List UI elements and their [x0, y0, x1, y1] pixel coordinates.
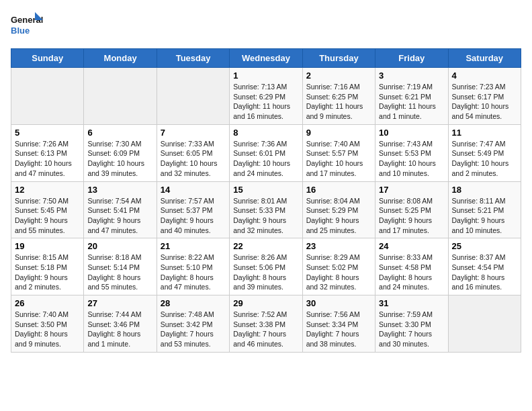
- day-number: 21: [161, 241, 226, 251]
- calendar-day-cell: 7Sunrise: 7:33 AM Sunset: 6:05 PM Daylig…: [157, 124, 229, 181]
- day-number: 24: [379, 241, 444, 251]
- calendar-header: SundayMondayTuesdayWednesdayThursdayFrid…: [11, 49, 521, 68]
- day-number: 23: [306, 241, 371, 251]
- day-number: 29: [233, 298, 298, 308]
- day-info: Sunrise: 8:04 AM Sunset: 5:29 PM Dayligh…: [306, 196, 371, 236]
- day-number: 27: [87, 298, 152, 308]
- logo: General Blue: [11, 11, 44, 40]
- calendar-day-cell: 9Sunrise: 7:40 AM Sunset: 5:57 PM Daylig…: [302, 124, 375, 181]
- day-info: Sunrise: 7:40 AM Sunset: 5:57 PM Dayligh…: [306, 139, 371, 179]
- calendar-day-cell: 13Sunrise: 7:54 AM Sunset: 5:41 PM Dayli…: [84, 181, 157, 238]
- day-info: Sunrise: 8:33 AM Sunset: 4:58 PM Dayligh…: [379, 253, 444, 292]
- day-info: Sunrise: 8:29 AM Sunset: 5:02 PM Dayligh…: [306, 253, 371, 292]
- calendar-day-cell: 16Sunrise: 8:04 AM Sunset: 5:29 PM Dayli…: [302, 181, 375, 238]
- calendar-table: SundayMondayTuesdayWednesdayThursdayFrid…: [11, 48, 521, 353]
- day-number: 22: [233, 241, 298, 251]
- day-info: Sunrise: 8:22 AM Sunset: 5:10 PM Dayligh…: [161, 253, 226, 292]
- weekday-header-saturday: Saturday: [448, 49, 521, 68]
- day-number: 28: [161, 298, 226, 308]
- weekday-header-monday: Monday: [84, 49, 157, 68]
- calendar-day-cell: 18Sunrise: 8:11 AM Sunset: 5:21 PM Dayli…: [448, 181, 521, 238]
- weekday-header-wednesday: Wednesday: [230, 49, 302, 68]
- day-info: Sunrise: 8:37 AM Sunset: 4:54 PM Dayligh…: [452, 253, 517, 292]
- day-number: 14: [161, 185, 226, 195]
- weekday-header-sunday: Sunday: [11, 49, 84, 68]
- calendar-day-cell: 31Sunrise: 7:59 AM Sunset: 3:30 PM Dayli…: [375, 295, 448, 353]
- day-number: 19: [15, 241, 80, 251]
- day-number: 15: [233, 185, 298, 195]
- calendar-day-cell: 1Sunrise: 7:13 AM Sunset: 6:29 PM Daylig…: [230, 68, 302, 125]
- day-info: Sunrise: 7:40 AM Sunset: 3:50 PM Dayligh…: [15, 310, 80, 349]
- calendar-week-row: 12Sunrise: 7:50 AM Sunset: 5:45 PM Dayli…: [11, 181, 521, 238]
- day-number: 10: [379, 128, 444, 138]
- calendar-day-cell: 30Sunrise: 7:56 AM Sunset: 3:34 PM Dayli…: [302, 295, 375, 353]
- day-info: Sunrise: 8:26 AM Sunset: 5:06 PM Dayligh…: [233, 253, 298, 292]
- day-number: 13: [87, 185, 152, 195]
- calendar-day-cell: 22Sunrise: 8:26 AM Sunset: 5:06 PM Dayli…: [230, 238, 302, 295]
- day-number: 20: [87, 241, 152, 251]
- day-number: 3: [379, 71, 444, 81]
- day-number: 9: [306, 128, 371, 138]
- calendar-day-cell: [84, 68, 157, 125]
- day-number: 11: [452, 128, 517, 138]
- day-info: Sunrise: 8:11 AM Sunset: 5:21 PM Dayligh…: [452, 196, 517, 236]
- weekday-header-tuesday: Tuesday: [157, 49, 229, 68]
- calendar-day-cell: 15Sunrise: 8:01 AM Sunset: 5:33 PM Dayli…: [230, 181, 302, 238]
- day-info: Sunrise: 7:33 AM Sunset: 6:05 PM Dayligh…: [161, 139, 226, 179]
- calendar-day-cell: 2Sunrise: 7:16 AM Sunset: 6:25 PM Daylig…: [302, 68, 375, 125]
- weekday-header-friday: Friday: [375, 49, 448, 68]
- day-info: Sunrise: 7:48 AM Sunset: 3:42 PM Dayligh…: [161, 310, 226, 349]
- day-info: Sunrise: 7:43 AM Sunset: 5:53 PM Dayligh…: [379, 139, 444, 179]
- day-info: Sunrise: 7:36 AM Sunset: 6:01 PM Dayligh…: [233, 139, 298, 179]
- page-header: General Blue: [11, 11, 521, 40]
- day-info: Sunrise: 8:18 AM Sunset: 5:14 PM Dayligh…: [87, 253, 152, 292]
- day-info: Sunrise: 7:57 AM Sunset: 5:37 PM Dayligh…: [161, 196, 226, 236]
- calendar-day-cell: [448, 295, 521, 353]
- calendar-day-cell: 12Sunrise: 7:50 AM Sunset: 5:45 PM Dayli…: [11, 181, 84, 238]
- day-number: 2: [306, 71, 371, 81]
- calendar-week-row: 1Sunrise: 7:13 AM Sunset: 6:29 PM Daylig…: [11, 68, 521, 125]
- calendar-day-cell: 27Sunrise: 7:44 AM Sunset: 3:46 PM Dayli…: [84, 295, 157, 353]
- calendar-day-cell: [11, 68, 84, 125]
- calendar-day-cell: 20Sunrise: 8:18 AM Sunset: 5:14 PM Dayli…: [84, 238, 157, 295]
- day-number: 31: [379, 298, 444, 308]
- day-info: Sunrise: 7:26 AM Sunset: 6:13 PM Dayligh…: [15, 139, 80, 179]
- day-info: Sunrise: 7:23 AM Sunset: 6:17 PM Dayligh…: [452, 82, 517, 122]
- calendar-day-cell: 21Sunrise: 8:22 AM Sunset: 5:10 PM Dayli…: [157, 238, 229, 295]
- calendar-day-cell: 6Sunrise: 7:30 AM Sunset: 6:09 PM Daylig…: [84, 124, 157, 181]
- calendar-week-row: 26Sunrise: 7:40 AM Sunset: 3:50 PM Dayli…: [11, 295, 521, 353]
- day-number: 1: [233, 71, 298, 81]
- calendar-day-cell: 25Sunrise: 8:37 AM Sunset: 4:54 PM Dayli…: [448, 238, 521, 295]
- day-number: 30: [306, 298, 371, 308]
- day-number: 6: [87, 128, 152, 138]
- day-info: Sunrise: 7:52 AM Sunset: 3:38 PM Dayligh…: [233, 310, 298, 349]
- day-number: 12: [15, 185, 80, 195]
- calendar-day-cell: 4Sunrise: 7:23 AM Sunset: 6:17 PM Daylig…: [448, 68, 521, 125]
- day-number: 26: [15, 298, 80, 308]
- day-info: Sunrise: 7:30 AM Sunset: 6:09 PM Dayligh…: [87, 139, 152, 179]
- day-info: Sunrise: 7:54 AM Sunset: 5:41 PM Dayligh…: [87, 196, 152, 236]
- day-info: Sunrise: 7:16 AM Sunset: 6:25 PM Dayligh…: [306, 82, 371, 122]
- day-info: Sunrise: 7:59 AM Sunset: 3:30 PM Dayligh…: [379, 310, 444, 349]
- calendar-day-cell: 11Sunrise: 7:47 AM Sunset: 5:49 PM Dayli…: [448, 124, 521, 181]
- calendar-day-cell: 29Sunrise: 7:52 AM Sunset: 3:38 PM Dayli…: [230, 295, 302, 353]
- calendar-week-row: 19Sunrise: 8:15 AM Sunset: 5:18 PM Dayli…: [11, 238, 521, 295]
- day-info: Sunrise: 7:13 AM Sunset: 6:29 PM Dayligh…: [233, 82, 298, 122]
- day-info: Sunrise: 7:19 AM Sunset: 6:21 PM Dayligh…: [379, 82, 444, 122]
- day-info: Sunrise: 7:50 AM Sunset: 5:45 PM Dayligh…: [15, 196, 80, 236]
- calendar-body: 1Sunrise: 7:13 AM Sunset: 6:29 PM Daylig…: [11, 68, 521, 353]
- calendar-day-cell: [157, 68, 229, 125]
- calendar-day-cell: 14Sunrise: 7:57 AM Sunset: 5:37 PM Dayli…: [157, 181, 229, 238]
- day-number: 4: [452, 71, 517, 81]
- calendar-week-row: 5Sunrise: 7:26 AM Sunset: 6:13 PM Daylig…: [11, 124, 521, 181]
- day-number: 7: [161, 128, 226, 138]
- calendar-day-cell: 23Sunrise: 8:29 AM Sunset: 5:02 PM Dayli…: [302, 238, 375, 295]
- calendar-day-cell: 10Sunrise: 7:43 AM Sunset: 5:53 PM Dayli…: [375, 124, 448, 181]
- day-info: Sunrise: 7:56 AM Sunset: 3:34 PM Dayligh…: [306, 310, 371, 349]
- calendar-day-cell: 3Sunrise: 7:19 AM Sunset: 6:21 PM Daylig…: [375, 68, 448, 125]
- calendar-day-cell: 19Sunrise: 8:15 AM Sunset: 5:18 PM Dayli…: [11, 238, 84, 295]
- calendar-day-cell: 26Sunrise: 7:40 AM Sunset: 3:50 PM Dayli…: [11, 295, 84, 353]
- calendar-day-cell: 5Sunrise: 7:26 AM Sunset: 6:13 PM Daylig…: [11, 124, 84, 181]
- day-number: 5: [15, 128, 80, 138]
- day-number: 18: [452, 185, 517, 195]
